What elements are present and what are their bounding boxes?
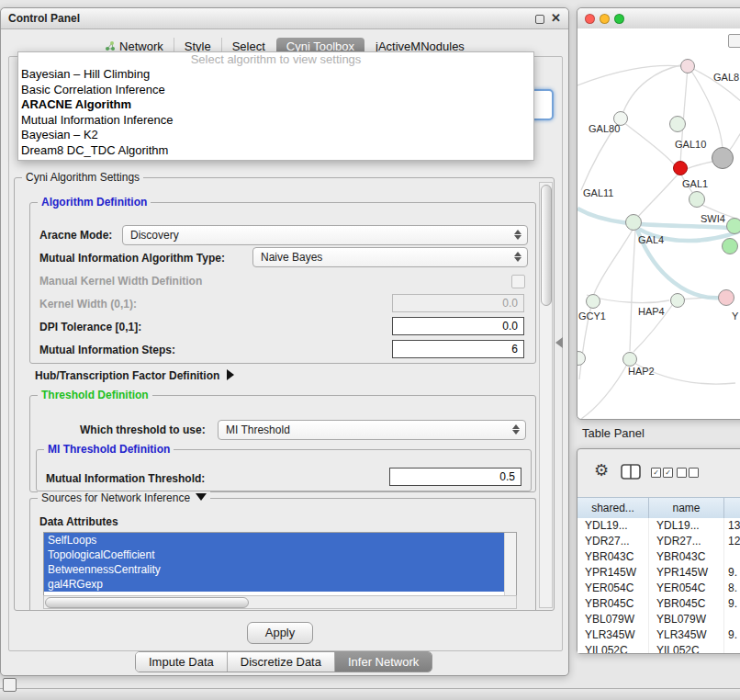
table-panel-window: ⚙ ✓✓ shared... name YDL19...YDL19...13 Y… — [577, 448, 740, 654]
panel-collapse-arrow[interactable] — [555, 337, 563, 348]
list-vertical-scrollbar[interactable] — [504, 533, 516, 595]
column-header-shared-name[interactable]: shared... — [577, 498, 649, 518]
network-node-gal10[interactable] — [712, 147, 734, 169]
table-row[interactable]: YLR345WYLR345W9. — [577, 627, 740, 643]
network-window-titlebar[interactable] — [577, 8, 740, 29]
table-row[interactable]: YER054CYER054C8. — [577, 581, 740, 596]
dpi-tolerance-label: DPI Tolerance [0,1]: — [39, 321, 141, 333]
close-icon[interactable]: ✕ — [551, 11, 561, 25]
network-node[interactable] — [722, 238, 738, 254]
hub-definition-label: Hub/Transcription Factor Definition — [35, 369, 219, 382]
table-row[interactable]: YIL052CYIL052C — [577, 643, 740, 653]
popup-item-selected[interactable]: ARACNE Algorithm — [18, 97, 533, 113]
table-body[interactable]: YDL19...YDL19...13 YDR27...YDR27...12 YB… — [577, 518, 740, 653]
network-node[interactable] — [726, 218, 740, 234]
cell — [724, 643, 740, 653]
network-node-gcy1[interactable] — [586, 294, 600, 309]
popup-item[interactable]: Mutual Information Inference — [18, 113, 533, 129]
popup-item[interactable]: Bayesian – Hill Climbing — [18, 67, 533, 83]
list-item[interactable]: BetweennessCentrality — [44, 562, 504, 577]
column-header-name[interactable]: name — [649, 498, 724, 518]
table-row[interactable]: YBR043CYBR043C — [577, 549, 740, 565]
algorithm-definition-title: Algorithm Definition — [38, 196, 151, 209]
which-threshold-label: Which threshold to use: — [80, 423, 206, 436]
mi-type-combo[interactable]: Naive Bayes — [252, 247, 528, 267]
dpi-tolerance-field[interactable] — [392, 317, 524, 335]
list-item[interactable]: SelfLoops — [44, 533, 504, 548]
desktop: Control Panel ✕ Network Style Select Cyn… — [0, 0, 740, 700]
list-item[interactable]: TopologicalCoefficient — [44, 548, 504, 562]
scrollbar-thumb[interactable] — [541, 185, 552, 306]
node-label: GCY1 — [578, 310, 606, 322]
select-all-checks-icon[interactable]: ✓✓ — [651, 468, 675, 480]
apply-button[interactable]: Apply — [247, 622, 313, 644]
settings-vertical-scrollbar[interactable] — [539, 182, 553, 608]
table-row[interactable]: YBL079WYBL079W — [577, 612, 740, 627]
list-horizontal-scrollbar[interactable] — [43, 595, 517, 609]
network-canvas[interactable]: GAL8 GAL80 GAL10 GAL11 GAL1 SWI4 GAL4 GC… — [577, 28, 740, 419]
hub-definition-toggle[interactable]: Hub/Transcription Factor Definition — [35, 369, 234, 382]
cell: 9. — [724, 596, 740, 612]
column-header-cut[interactable] — [724, 498, 740, 518]
popup-placeholder: Select algorithm to view settings — [18, 52, 533, 67]
data-attributes-list[interactable]: SelfLoops TopologicalCoefficient Between… — [43, 532, 517, 596]
control-panel-window: Control Panel ✕ Network Style Select Cyn… — [0, 7, 569, 676]
network-node-gal1[interactable] — [689, 191, 705, 208]
columns-icon[interactable] — [621, 464, 641, 480]
cell: YBR043C — [577, 549, 649, 565]
minimize-traffic-light[interactable] — [600, 14, 610, 24]
list-item[interactable]: gal4RGexp — [44, 577, 504, 592]
tab-infer-network[interactable]: Infer Network — [334, 652, 432, 672]
kernel-width-label: Kernel Width (0,1): — [39, 298, 137, 310]
cell: YER054C — [577, 581, 649, 596]
node-label: GAL4 — [638, 234, 664, 245]
which-threshold-combo[interactable]: MI Threshold — [218, 420, 526, 440]
popup-item[interactable]: Basic Correlation Inference — [18, 83, 533, 98]
mi-threshold-group: MI Threshold Definition Mutual Informati… — [36, 449, 532, 491]
mi-threshold-field[interactable] — [389, 468, 521, 486]
aracne-mode-combo[interactable]: Discovery — [122, 225, 528, 245]
combo-arrows-icon — [514, 252, 521, 262]
docked-window-icon[interactable] — [3, 678, 17, 692]
table-row[interactable]: YPR145WYPR145W9. — [577, 565, 740, 581]
cell: YPR145W — [649, 565, 724, 581]
tab-impute-data[interactable]: Impute Data — [136, 652, 227, 672]
cell: YBL079W — [649, 612, 724, 627]
kernel-width-field[interactable] — [392, 294, 524, 312]
control-panel-titlebar[interactable]: Control Panel ✕ — [1, 8, 568, 29]
network-node-selected-red[interactable] — [673, 161, 688, 175]
network-node[interactable] — [670, 293, 685, 308]
node-label: GAL11 — [583, 187, 613, 198]
table-row[interactable]: YBR045CYBR045C9. — [577, 596, 740, 612]
network-node-gal4[interactable] — [625, 214, 642, 231]
table-row[interactable]: YDR27...YDR27...12 — [577, 534, 740, 549]
table-row[interactable]: YDL19...YDL19...13 — [577, 518, 740, 534]
gear-icon[interactable]: ⚙ — [594, 462, 609, 479]
sources-toggle[interactable]: Sources for Network Inference — [38, 491, 210, 504]
cell: YDL19... — [649, 518, 724, 534]
network-node-hap2[interactable] — [622, 352, 637, 367]
scrollbar-thumb[interactable] — [45, 597, 249, 608]
popup-item[interactable]: Dream8 DC_TDC Algorithm — [18, 143, 533, 159]
network-node[interactable] — [669, 116, 686, 132]
popup-item[interactable]: Bayesian – K2 — [18, 128, 533, 143]
close-traffic-light[interactable] — [585, 14, 595, 24]
network-node[interactable] — [718, 289, 734, 306]
mi-threshold-label: Mutual Information Threshold: — [46, 472, 205, 485]
threshold-definition-group: Threshold Definition Which threshold to … — [29, 395, 536, 492]
tab-discretize-data[interactable]: Discretize Data — [227, 652, 334, 672]
zoom-traffic-light[interactable] — [614, 14, 624, 24]
cell: YBR043C — [649, 549, 724, 565]
data-attributes-label: Data Attributes — [39, 515, 118, 528]
network-overview-button[interactable] — [728, 34, 740, 48]
network-node[interactable] — [680, 59, 695, 73]
float-window-icon[interactable] — [535, 15, 544, 24]
cell: YPR145W — [577, 565, 649, 581]
cyni-algorithm-settings-group: Cyni Algorithm Settings Algorithm Defini… — [14, 177, 555, 611]
sources-title: Sources for Network Inference — [41, 491, 190, 504]
node-label: HAP4 — [638, 306, 665, 317]
mi-steps-field[interactable] — [392, 340, 524, 358]
manual-kernel-checkbox[interactable] — [511, 275, 525, 288]
deselect-all-checks-icon[interactable] — [677, 468, 701, 480]
node-label: GAL10 — [675, 139, 706, 150]
